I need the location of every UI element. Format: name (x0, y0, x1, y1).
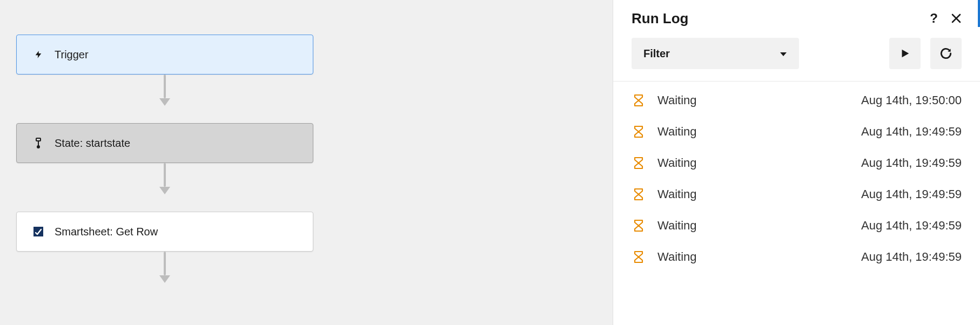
panel-controls: Filter (613, 38, 980, 82)
log-timestamp: Aug 14th, 19:49:59 (861, 250, 962, 264)
lightning-icon (32, 49, 45, 60)
refresh-button[interactable] (930, 38, 962, 69)
log-row[interactable]: Waiting Aug 14th, 19:49:59 (613, 241, 980, 273)
run-log-list[interactable]: Waiting Aug 14th, 19:50:00 Waiting Aug 1… (613, 82, 980, 325)
filter-dropdown[interactable]: Filter (632, 38, 799, 69)
log-row[interactable]: Waiting Aug 14th, 19:50:00 (613, 85, 980, 116)
log-status: Waiting (657, 93, 697, 107)
hourglass-icon (632, 219, 646, 232)
connector-arrow (164, 252, 166, 306)
connector-arrow (164, 75, 166, 123)
workflow-canvas[interactable]: Trigger State: startstate Smartsheet: Ge… (0, 0, 613, 325)
hourglass-icon (632, 157, 646, 170)
log-timestamp: Aug 14th, 19:49:59 (861, 156, 962, 170)
log-timestamp: Aug 14th, 19:49:59 (861, 187, 962, 201)
panel-title: Run Log (632, 10, 688, 27)
hourglass-icon (632, 94, 646, 107)
log-status: Waiting (657, 250, 697, 264)
run-log-panel: Run Log ? Filter (613, 0, 980, 325)
play-button[interactable] (889, 38, 921, 69)
svg-point-2 (37, 146, 39, 148)
svg-rect-0 (36, 138, 41, 141)
node-state-label: State: startstate (55, 137, 130, 150)
log-status: Waiting (657, 187, 697, 201)
node-action-label: Smartsheet: Get Row (55, 226, 158, 238)
play-icon (899, 48, 911, 59)
log-timestamp: Aug 14th, 19:49:59 (861, 219, 962, 233)
hourglass-icon (632, 250, 646, 263)
hourglass-icon (632, 125, 646, 138)
node-trigger[interactable]: Trigger (16, 35, 313, 75)
hourglass-icon (632, 188, 646, 201)
smartsheet-icon (32, 227, 45, 236)
panel-header: Run Log ? (613, 0, 980, 38)
log-row[interactable]: Waiting Aug 14th, 19:49:59 (613, 179, 980, 210)
chevron-down-icon (780, 48, 787, 60)
panel-accent (978, 0, 980, 27)
log-timestamp: Aug 14th, 19:50:00 (861, 93, 962, 107)
connector-arrow (164, 163, 166, 212)
node-trigger-label: Trigger (55, 49, 89, 61)
help-icon[interactable]: ? (930, 10, 938, 27)
log-status: Waiting (657, 156, 697, 170)
log-row[interactable]: Waiting Aug 14th, 19:49:59 (613, 210, 980, 241)
node-smartsheet[interactable]: Smartsheet: Get Row (16, 212, 313, 252)
state-icon (32, 138, 45, 148)
log-timestamp: Aug 14th, 19:49:59 (861, 125, 962, 139)
node-state[interactable]: State: startstate (16, 123, 313, 163)
log-row[interactable]: Waiting Aug 14th, 19:49:59 (613, 116, 980, 147)
log-status: Waiting (657, 219, 697, 233)
log-row[interactable]: Waiting Aug 14th, 19:49:59 (613, 147, 980, 179)
svg-rect-3 (33, 227, 43, 236)
filter-label: Filter (643, 48, 670, 60)
log-status: Waiting (657, 125, 697, 139)
close-icon[interactable] (951, 10, 962, 27)
refresh-icon (939, 46, 953, 60)
